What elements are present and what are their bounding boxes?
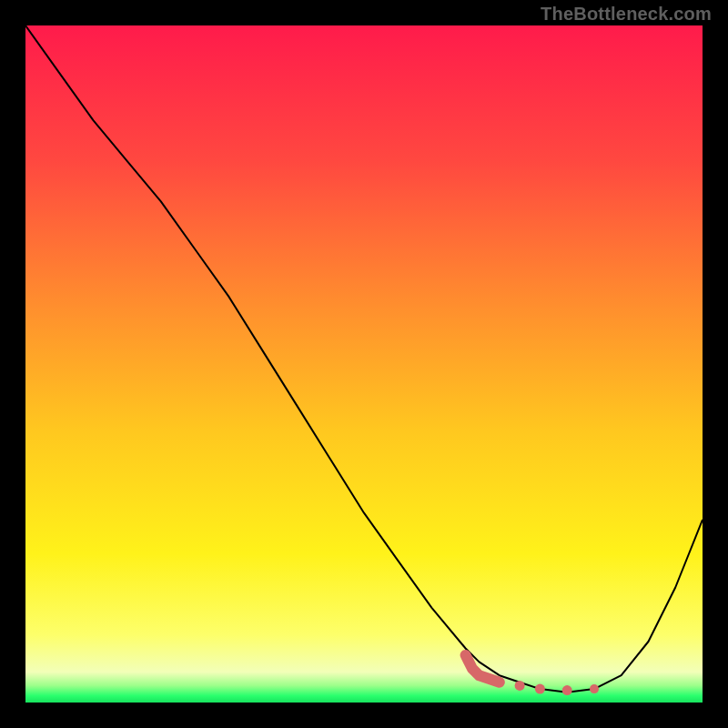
chart-frame: TheBottleneck.com (0, 0, 728, 728)
highlight-dot (515, 681, 525, 691)
plot-area (25, 25, 703, 703)
highlight-dot (535, 684, 545, 694)
attribution-text: TheBottleneck.com (541, 4, 712, 25)
curve-layer (25, 25, 703, 703)
highlight-segment (466, 655, 500, 682)
highlight-group (466, 655, 599, 695)
highlight-dot (562, 685, 572, 695)
bottleneck-curve (25, 25, 703, 693)
highlight-dot (590, 684, 599, 693)
